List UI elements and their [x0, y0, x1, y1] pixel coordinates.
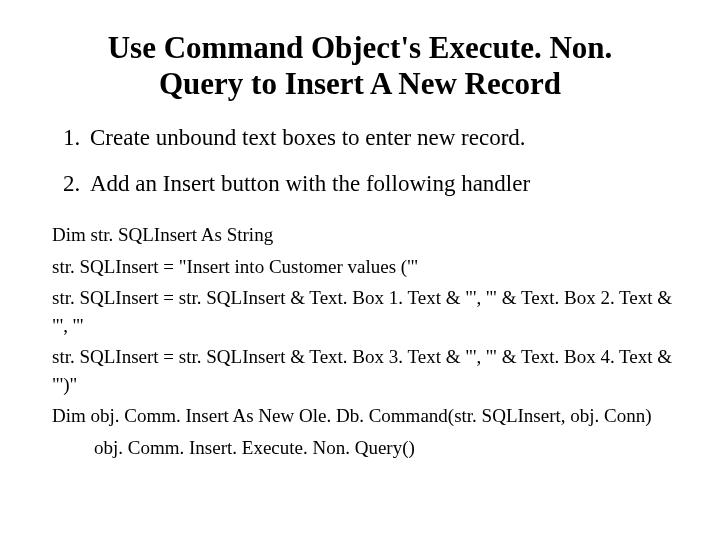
step-item: Add an Insert button with the following … — [86, 169, 676, 199]
steps-list: Create unbound text boxes to enter new r… — [60, 123, 676, 199]
code-line: Dim obj. Comm. Insert As New Ole. Db. Co… — [52, 402, 676, 430]
code-line: str. SQLInsert = str. SQLInsert & Text. … — [52, 284, 676, 339]
code-line: str. SQLInsert = str. SQLInsert & Text. … — [52, 343, 676, 398]
code-line: Dim str. SQLInsert As String — [52, 221, 676, 249]
slide-title: Use Command Object's Execute. Non. Query… — [64, 30, 656, 101]
step-item: Create unbound text boxes to enter new r… — [86, 123, 676, 153]
code-block: Dim str. SQLInsert As String str. SQLIns… — [52, 221, 676, 461]
code-line: obj. Comm. Insert. Execute. Non. Query() — [94, 434, 676, 462]
code-line: str. SQLInsert = "Insert into Customer v… — [52, 253, 676, 281]
slide: Use Command Object's Execute. Non. Query… — [0, 0, 720, 540]
